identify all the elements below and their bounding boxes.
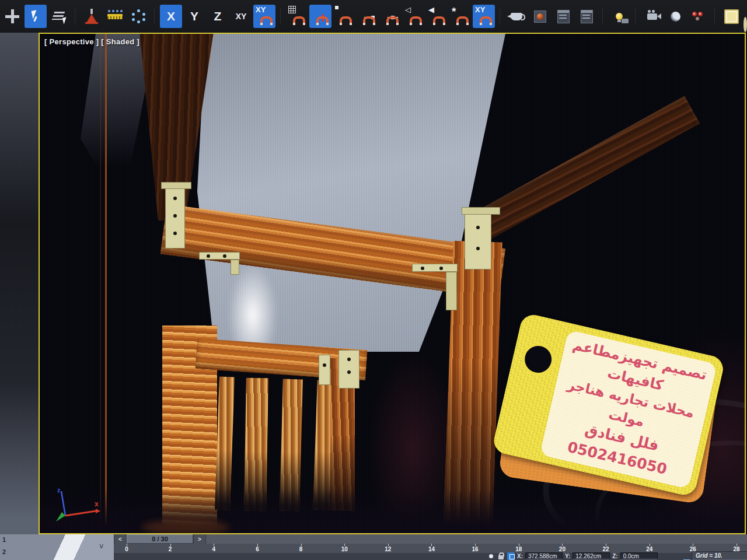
axis-x-label: x [95,500,99,508]
y-coord-field[interactable]: 12.262cm [573,552,610,559]
trackbar-tick-label: 4 [208,546,219,552]
time-slider-handle[interactable]: 0 / 30 [127,534,193,544]
restrict-x-button[interactable]: X [160,5,182,28]
magnet-icon [316,16,329,25]
trackbar-tick-label: 12 [382,546,394,552]
render-dialog-icon [557,10,570,23]
asterisk-glyph-icon: * [452,6,456,17]
previous-frame-button[interactable]: < [114,534,127,544]
spline-line [100,34,101,533]
trackbar-tick: 10 [338,544,350,553]
restrict-z-button[interactable]: Z [207,5,229,28]
perspective-viewport[interactable]: تصميم تجهيزمطاعم كافيهات محلات تجاريه هن… [39,33,746,534]
tag-hole [522,343,554,375]
next-frame-button[interactable]: > [193,534,206,544]
select-by-name-icon [53,11,65,22]
snap-xy2-toggle[interactable]: XY [473,5,495,28]
bottom-bar: < 0 / 30 > 0246810121416182022242628 X: … [0,534,747,560]
partial-circle-icon [743,17,747,32]
light-button[interactable] [608,5,630,28]
axis-z-label: Z [214,9,222,23]
magnet-icon [293,16,305,25]
render-production-button[interactable] [687,5,710,28]
floor-reflection [142,520,229,534]
axis-z-label: z [57,487,61,494]
frame-window-button[interactable] [720,5,742,28]
status-bar: X: 372.588cm Y: 12.262cm Z: 0.0cm Grid =… [114,553,747,560]
shading-button[interactable] [664,5,686,28]
axis-tripod: z x [49,485,103,530]
toolbar-separator [496,5,504,28]
trackbar-tick: 0 [121,544,132,553]
toolbar-separator [71,5,79,28]
z-coord-field[interactable]: 0.0cm [620,552,658,559]
time-slider[interactable]: < 0 / 30 > [114,534,747,544]
viewport-label[interactable]: [ Perspective ] [ Shaded ] [44,37,139,46]
trackbar-tick: 2 [165,544,176,553]
window-left-edge [0,33,39,534]
toolbar-separator [151,5,159,28]
camera-button[interactable] [641,5,663,28]
move-tool-button[interactable] [1,5,23,28]
snap-xy2-label: XY [475,6,485,13]
render-settings-button[interactable] [575,5,598,28]
red-tower-icon [86,14,97,23]
restrict-y-button[interactable]: Y [183,5,205,28]
trackbar-tick: 12 [382,544,394,553]
teapot-icon [511,13,522,20]
magnet-icon [410,16,422,25]
metal-bracket [319,355,330,385]
magnet-icon [363,16,375,25]
select-object-button[interactable] [25,5,47,28]
metal-bracket [465,212,491,270]
select-by-name-button[interactable] [48,5,70,28]
metal-l-bracket [199,252,240,260]
orbit-dots-button[interactable] [127,5,149,28]
snap-pivot-toggle[interactable] [309,5,331,28]
toolbar-separator [631,5,640,28]
snap-vertex-toggle[interactable] [333,5,355,28]
trackbar-tick-label: 14 [425,546,437,552]
snap-endpoint-toggle[interactable] [356,5,378,28]
trackbar-tick: 8 [295,544,307,553]
chevron-down-icon[interactable]: v [100,541,104,550]
metal-bracket [338,350,359,388]
snap-grid-toggle[interactable] [286,5,308,28]
absolute-mode-toggle[interactable] [507,552,515,560]
render-dialog-button[interactable] [552,5,574,28]
magnet-icon [260,16,273,25]
material-editor-button[interactable] [529,5,551,28]
render-setup-button[interactable] [505,5,528,28]
render-settings-icon [581,10,593,23]
ruler-icon [107,14,123,19]
x-coord-label: X: [517,553,523,559]
trackbar-tick: 16 [469,544,481,553]
structure-tool-button[interactable] [81,5,103,28]
restrict-xy-button[interactable]: XY [230,5,252,28]
snap-face-filled-toggle[interactable]: ◀ [426,5,448,28]
magnet-icon [433,16,445,25]
move-cross-icon [5,9,19,23]
trackbar-tick-label: 10 [338,546,350,552]
magnet-icon [386,16,399,25]
toolbar-separator [599,5,607,28]
snap-face-toggle[interactable]: ◁ [403,5,425,28]
transform-type-in: X: 372.588cm Y: 12.262cm Z: 0.0cm [487,551,658,560]
trackbar-tick: 6 [252,544,263,553]
isolate-selection-icon[interactable] [487,552,495,560]
select-cursor-icon [31,10,40,22]
vertex-glyph-icon [335,6,338,9]
maxscript-mini-listener[interactable]: 1 2 v [0,534,114,560]
snap-xy-label: XY [256,6,266,13]
snap-midpoint-toggle[interactable] [379,5,402,28]
grid-glyph-icon [288,6,296,13]
metal-l-bracket [412,264,458,272]
grid-size-readout: Grid = 10. [692,551,747,560]
trackbar-tick-label: 0 [121,546,132,552]
x-coord-field[interactable]: 372.588cm [525,552,563,559]
selection-lock-icon[interactable] [497,552,505,560]
snap-xy-toggle[interactable]: XY [253,5,275,28]
measure-tool-button[interactable] [104,5,126,28]
material-sphere-icon [534,10,546,23]
snap-asterisk-toggle[interactable]: * [449,5,472,28]
